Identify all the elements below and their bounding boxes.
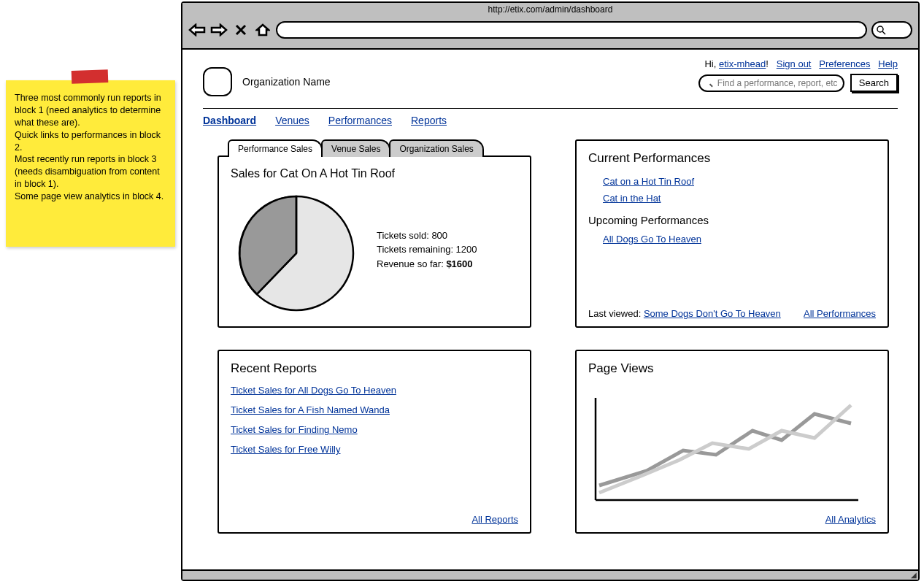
upcoming-performances-heading: Upcoming Performances xyxy=(588,214,876,226)
sticky-line: Some page view analytics in block 4. xyxy=(15,191,166,203)
preferences-link[interactable]: Preferences xyxy=(819,58,870,69)
last-viewed: Last viewed: Some Dogs Don't Go To Heave… xyxy=(588,308,781,319)
pageviews-heading: Page Views xyxy=(588,361,876,376)
revenue-label: Revenue so far: xyxy=(377,258,446,269)
report-link[interactable]: Ticket Sales for All Dogs Go To Heaven xyxy=(231,385,518,396)
org-logo-placeholder xyxy=(203,67,232,96)
reports-card: Recent Reports Ticket Sales for All Dogs… xyxy=(217,350,531,534)
all-analytics-link[interactable]: All Analytics xyxy=(825,514,876,525)
search-button[interactable]: Search xyxy=(850,74,898,92)
sales-stats: Tickets sold: 800 Tickets remaining: 120… xyxy=(377,228,477,272)
current-performances-heading: Current Performances xyxy=(588,151,876,166)
report-link[interactable]: Ticket Sales for Free Willy xyxy=(231,444,518,455)
tab-organization-sales[interactable]: Organization Sales xyxy=(389,139,483,157)
search-wrap xyxy=(698,74,844,92)
greeting-suffix: ! xyxy=(766,58,769,69)
svg-line-1 xyxy=(882,31,885,34)
pie-chart xyxy=(231,188,362,312)
tickets-sold-label: Tickets sold: xyxy=(377,230,431,241)
forward-icon[interactable] xyxy=(210,22,228,38)
dashboard-grid: Performance Sales Venue Sales Organizati… xyxy=(217,139,898,534)
sticky-line: Quick links to performances in block 2. xyxy=(15,129,166,154)
top-utility-bar: Hi, etix-mhead! Sign out Preferences Hel… xyxy=(698,58,898,92)
sales-card-body: Sales for Cat On A Hot Tin Roof Tickets … xyxy=(217,155,531,328)
sticky-line: Three most commonly run reports in block… xyxy=(15,92,166,129)
help-link[interactable]: Help xyxy=(878,58,898,69)
sales-card: Performance Sales Venue Sales Organizati… xyxy=(217,139,531,328)
greeting-prefix: Hi, xyxy=(704,58,719,69)
sticky-note: Three most commonly run reports in block… xyxy=(6,80,175,247)
last-viewed-link[interactable]: Some Dogs Don't Go To Heaven xyxy=(644,308,781,319)
svg-point-0 xyxy=(877,26,883,32)
sticky-line: Most recently run reports in block 3 (ne… xyxy=(15,153,166,191)
pageviews-card: Page Views All Analytics xyxy=(575,350,889,534)
main-nav: Dashboard Venues Performances Reports xyxy=(203,115,898,126)
performances-card: Current Performances Cat on a Hot Tin Ro… xyxy=(575,139,889,328)
tickets-sold-value: 800 xyxy=(431,230,447,241)
username-link[interactable]: etix-mhead xyxy=(719,58,766,69)
all-analytics-foot: All Analytics xyxy=(825,514,876,525)
nav-performances[interactable]: Performances xyxy=(328,115,392,126)
browser-toolbar xyxy=(182,16,918,44)
browser-statusbar: ◢ xyxy=(182,569,918,580)
tickets-remaining-label: Tickets remaining: xyxy=(377,244,456,255)
all-reports-foot: All Reports xyxy=(471,514,518,525)
reports-heading: Recent Reports xyxy=(231,361,518,376)
browser-window: http://etix.com/admin/dashboard Hi, et xyxy=(181,1,920,581)
last-viewed-label: Last viewed: xyxy=(588,308,644,319)
sign-out-link[interactable]: Sign out xyxy=(777,58,812,69)
all-performances-foot: All Performances xyxy=(804,308,876,319)
back-icon[interactable] xyxy=(188,22,206,38)
sales-card-title: Sales for Cat On A Hot Tin Roof xyxy=(231,167,518,180)
home-icon[interactable] xyxy=(254,22,272,38)
performance-link[interactable]: Cat in the Hat xyxy=(603,193,661,204)
address-bar[interactable] xyxy=(276,21,867,39)
resize-grip-icon[interactable]: ◢ xyxy=(911,571,917,579)
line-chart xyxy=(588,391,866,507)
tab-performance-sales[interactable]: Performance Sales xyxy=(228,139,323,157)
browser-search-pill[interactable] xyxy=(871,21,912,39)
tab-venue-sales[interactable]: Venue Sales xyxy=(321,139,390,157)
tickets-remaining-value: 1200 xyxy=(456,244,477,255)
performance-link[interactable]: Cat on a Hot Tin Roof xyxy=(603,176,694,187)
all-performances-link[interactable]: All Performances xyxy=(804,308,876,319)
org-name: Organization Name xyxy=(242,76,331,88)
header-divider xyxy=(203,108,898,109)
stop-icon[interactable] xyxy=(232,22,250,38)
page-content: Hi, etix-mhead! Sign out Preferences Hel… xyxy=(182,50,918,545)
sales-chart-row: Tickets sold: 800 Tickets remaining: 120… xyxy=(231,188,518,312)
browser-chrome: http://etix.com/admin/dashboard xyxy=(182,3,918,50)
report-link[interactable]: Ticket Sales for A Fish Named Wanda xyxy=(231,404,518,415)
nav-reports[interactable]: Reports xyxy=(411,115,447,126)
sales-tabs: Performance Sales Venue Sales Organizati… xyxy=(228,139,531,157)
browser-url: http://etix.com/admin/dashboard xyxy=(182,3,918,16)
all-reports-link[interactable]: All Reports xyxy=(471,514,518,525)
greeting-line: Hi, etix-mhead! Sign out Preferences Hel… xyxy=(698,58,898,69)
search-input[interactable] xyxy=(698,74,844,92)
performance-link[interactable]: All Dogs Go To Heaven xyxy=(603,234,701,245)
report-link[interactable]: Ticket Sales for Finding Nemo xyxy=(231,424,518,435)
revenue-value: $1600 xyxy=(446,258,472,269)
nav-dashboard[interactable]: Dashboard xyxy=(203,115,256,126)
nav-venues[interactable]: Venues xyxy=(275,115,309,126)
top-search-row: Search xyxy=(698,74,898,92)
